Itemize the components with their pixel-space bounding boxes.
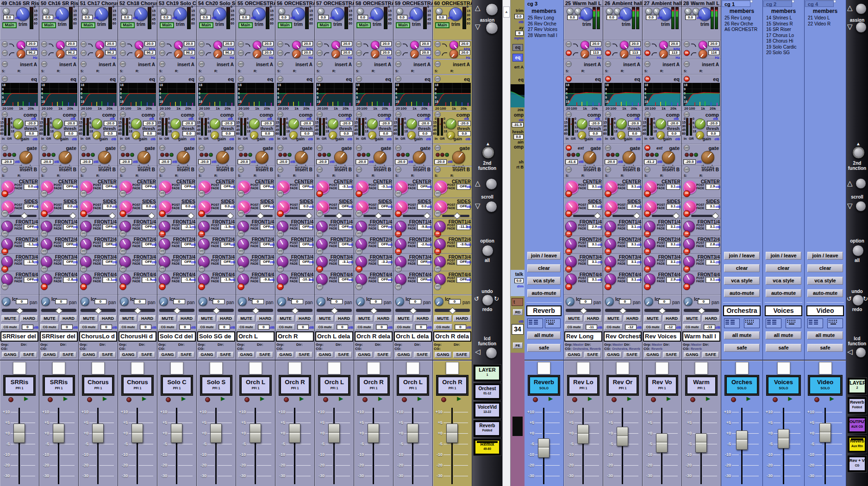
channel-select-button[interactable] (656, 362, 668, 374)
fader-cap[interactable] (92, 424, 104, 443)
gate-thresh-knob[interactable] (452, 151, 465, 164)
channel-lcd[interactable]: Orch RPFI 1 (279, 375, 311, 396)
send-on-off-button[interactable]: ON (159, 283, 166, 290)
comp-thresh-knob[interactable] (52, 118, 63, 129)
gate-thresh-knob[interactable] (374, 151, 387, 164)
gang-button[interactable]: GANG (238, 352, 255, 358)
send-on-off-button[interactable]: ON (159, 210, 166, 217)
mute-button[interactable]: MUTE (565, 315, 583, 322)
gang-button[interactable]: GANG (605, 352, 622, 358)
send-on-off-button[interactable]: OFF (1, 283, 8, 290)
eq-on-off-button[interactable]: OFF (2, 76, 8, 82)
safe-button[interactable]: SAFE (217, 352, 234, 358)
scroll-down-button[interactable] (856, 201, 866, 212)
assign-up-button[interactable] (856, 3, 867, 14)
safe-button[interactable]: SAFE (702, 352, 719, 358)
pan-slider[interactable] (120, 309, 155, 312)
cg-mute-value[interactable]: 0 (455, 324, 466, 330)
gang-button[interactable]: GANG (684, 352, 700, 358)
trim-value[interactable]: 0.0 (567, 15, 578, 20)
gang-button[interactable]: GANG (81, 352, 97, 358)
analog-gain-knob[interactable] (3, 8, 10, 15)
pan-slider-handle[interactable] (213, 307, 220, 315)
pan-slider[interactable] (395, 309, 431, 312)
comp-thresh-knob[interactable] (13, 118, 24, 129)
fader-cap[interactable] (289, 424, 300, 443)
comp-thresh-value[interactable]: -20.0 (143, 121, 156, 126)
send-on-off-button[interactable]: ON (80, 283, 87, 290)
lpf-knob[interactable] (699, 41, 707, 50)
comp-thresh-value[interactable]: -20.0 (589, 121, 602, 126)
insert-b-on-off-button[interactable]: OFF (356, 167, 362, 173)
lpf-on-off-button[interactable]: OFF (566, 41, 572, 47)
analog-gain-knob[interactable] (567, 8, 574, 15)
hpf-knob[interactable] (174, 50, 183, 58)
gate-thresh-value[interactable]: -20.0 (605, 159, 617, 164)
lpf-on-off-button[interactable]: OFF (2, 41, 8, 47)
trim-value[interactable]: 0.0 (397, 15, 407, 20)
safe-button[interactable]: SAFE (663, 352, 680, 358)
comp-thresh-value[interactable]: -20.0 (25, 121, 38, 126)
pan-value[interactable]: 0 (619, 299, 631, 304)
hpf-on-off-button[interactable]: OFF (120, 50, 126, 56)
pan-slider[interactable] (644, 309, 680, 312)
insert-b-on-off-button[interactable]: OFF (238, 167, 244, 173)
hpf-on-off-button[interactable]: ON (684, 50, 690, 56)
channel-header[interactable]: 59ORCHESTRA I (393, 0, 432, 6)
sides-balance-slider[interactable] (403, 215, 430, 217)
comp-gain-value[interactable]: 0.0 (379, 131, 392, 136)
cg-name[interactable]: Voices (765, 305, 802, 316)
gang-button[interactable]: GANG (120, 352, 137, 358)
safe-button[interactable]: SAFE (60, 352, 76, 358)
safe-button[interactable]: SAFE (375, 352, 391, 358)
channel-list-icon[interactable] (724, 318, 740, 328)
safe-button[interactable]: SAFE (296, 352, 312, 358)
lpf-freq-value[interactable]: 20.0 (26, 41, 37, 46)
channel-select-button[interactable] (446, 362, 459, 374)
eq-on-off-button[interactable]: OFF (159, 76, 165, 82)
lpf-on-off-button[interactable]: OFF (120, 41, 126, 47)
bank-lcd-button[interactable]: VoiceVid13-22 (473, 401, 501, 419)
gate-on-off-button[interactable]: ON (644, 145, 650, 151)
channel-header[interactable]: 56ORCHESTRA I (275, 0, 314, 6)
cg-lcd[interactable]: ReverbSOLO (528, 375, 560, 396)
fader-cap[interactable] (210, 424, 222, 443)
insert-a-on-off-button[interactable]: OFF (199, 61, 205, 67)
send-on-off-button[interactable]: OFF (237, 210, 244, 217)
lpf-freq-value[interactable]: 20.0 (630, 41, 641, 46)
channel-select-button[interactable] (406, 362, 419, 374)
eq-on-off-button[interactable]: ON (566, 76, 572, 82)
fader-cap[interactable] (577, 424, 589, 444)
channel-header[interactable]: 57ORCHESTRA I (315, 0, 354, 6)
comp-gain-value[interactable]: 0.0 (143, 131, 156, 136)
gang-button[interactable]: GANG (644, 352, 661, 358)
gang-button[interactable]: GANG (566, 352, 582, 358)
sliver-safe-button[interactable]: FE (513, 343, 523, 349)
hpf-freq-value[interactable]: 20.0 (420, 50, 431, 55)
channel-select-button[interactable] (328, 362, 341, 374)
safe-button[interactable]: SAFE (414, 352, 431, 358)
bus-badge[interactable]: Main (199, 22, 213, 28)
insert-a-on-off-button[interactable]: OFF (120, 61, 126, 67)
comp-thresh-knob[interactable] (406, 118, 417, 129)
analog-gain-knob[interactable] (278, 8, 285, 15)
channel-name[interactable]: Orch R dela (433, 331, 471, 342)
send-on-off-button[interactable]: OFF (316, 210, 323, 217)
insert-b-on-off-button[interactable]: OFF (81, 167, 87, 173)
lpf-on-off-button[interactable]: OFF (605, 41, 611, 47)
hpf-knob[interactable] (450, 50, 458, 58)
pan-slider[interactable] (566, 309, 601, 312)
gate-on-off-button[interactable]: OFF (159, 145, 165, 151)
lpf-knob[interactable] (253, 41, 262, 50)
channel-name[interactable]: ChorusHi d (119, 331, 156, 342)
lpf-on-off-button[interactable]: OFF (81, 41, 87, 47)
eq-on-off-button[interactable]: OFF (120, 76, 126, 82)
pan-slider[interactable] (238, 309, 273, 312)
bus-badge[interactable]: Main (2, 22, 17, 28)
analog-gain-knob[interactable] (357, 8, 364, 15)
cg-mute-value[interactable]: 0 (61, 324, 73, 330)
channel-name[interactable]: Warm hall l (682, 331, 720, 342)
gate-thresh-value[interactable]: -20.0 (395, 159, 407, 164)
gate-on-off-button[interactable]: OFF (356, 145, 362, 151)
bank-lcd-button[interactable]: Remix49-60 (473, 438, 501, 456)
